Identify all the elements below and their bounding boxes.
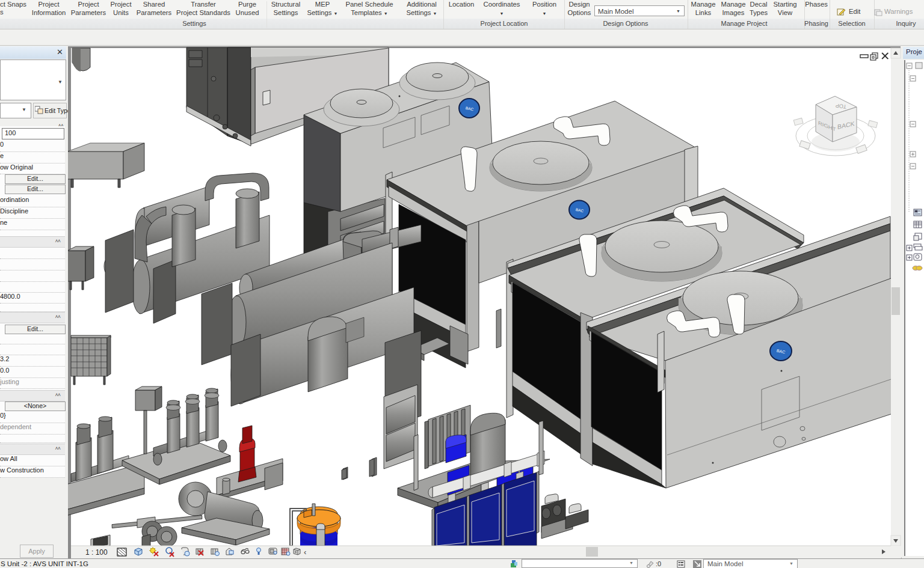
svg-text:‹: ‹ (304, 548, 306, 557)
svg-text:1 : 100: 1 : 100 (85, 548, 108, 557)
